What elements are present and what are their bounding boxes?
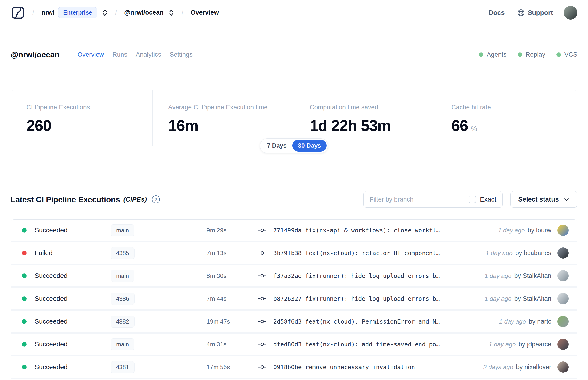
author: by nixallover: [516, 363, 551, 371]
commit-icon: [258, 227, 267, 234]
table-row[interactable]: Succeeded main 8m 30s f37a32ae fix(runne…: [11, 265, 577, 286]
author: by nartc: [529, 318, 551, 325]
status-dot: [479, 53, 483, 57]
avatar[interactable]: [557, 361, 569, 373]
tab-analytics[interactable]: Analytics: [136, 51, 161, 58]
status-cell: Succeeded: [11, 227, 81, 234]
service-label: Replay: [525, 51, 545, 58]
service-vcs[interactable]: VCS: [556, 51, 577, 58]
commit-message: f37a32ae fix(runner): hide log upload er…: [273, 272, 440, 279]
duration: 4m 31s: [164, 341, 241, 348]
org-switcher-chevrons-icon[interactable]: [102, 9, 108, 17]
avatar[interactable]: [557, 339, 569, 350]
branch-cell: main: [81, 338, 164, 350]
breadcrumb-workspace[interactable]: @nrwl/ocean: [124, 9, 163, 16]
branch-badge[interactable]: 4381: [111, 361, 134, 373]
branch-badge[interactable]: 4386: [111, 293, 134, 305]
meta-cell: 1 day ago by lourw: [498, 225, 577, 236]
duration: 9m 29s: [164, 227, 241, 234]
status-dot: [518, 53, 522, 57]
time-ago: 1 day ago: [485, 272, 511, 280]
commit-cell: dfed80d3 feat(nx-cloud): add time-saved …: [241, 341, 489, 348]
breadcrumb-org[interactable]: nrwl: [41, 9, 55, 16]
support-link[interactable]: Support: [517, 9, 553, 17]
branch-badge[interactable]: main: [111, 338, 134, 350]
commit-icon: [258, 295, 267, 302]
branch-badge[interactable]: 4382: [111, 316, 134, 327]
tab-runs[interactable]: Runs: [113, 51, 127, 58]
stat-label: Cache hit rate: [451, 104, 568, 111]
cipes-filters: Exact Select status: [363, 191, 577, 208]
branch-badge[interactable]: main: [111, 224, 134, 236]
user-avatar[interactable]: [564, 6, 577, 19]
topbar-actions: Docs Support: [489, 6, 577, 19]
select-status-button[interactable]: Select status: [510, 191, 577, 208]
author: by lourw: [528, 227, 551, 234]
cipes-header-row: Latest CI Pipeline Executions (CIPEs) ? …: [11, 191, 577, 208]
cipes-heading: Latest CI Pipeline Executions: [11, 195, 120, 204]
range-30-days[interactable]: 30 Days: [292, 140, 327, 152]
tab-settings[interactable]: Settings: [170, 51, 193, 58]
commit-message: 3b79fb38 feat(nx-cloud): refactor UI com…: [273, 250, 440, 257]
avatar[interactable]: [557, 225, 569, 236]
stats-section: CI Pipeline Executions 260 Average CI Pi…: [11, 90, 577, 146]
divider: [453, 47, 453, 62]
branch-badge[interactable]: 4385: [111, 247, 134, 259]
branch-badge[interactable]: main: [111, 270, 134, 282]
duration: 7m 13s: [164, 249, 241, 257]
commit-icon: [258, 272, 267, 279]
author: by jdpearce: [518, 341, 551, 348]
duration: 17m 55s: [164, 363, 241, 371]
table-row[interactable]: Succeeded main 4m 31s dfed80d3 feat(nx-c…: [11, 334, 577, 355]
workspace-switcher-chevrons-icon[interactable]: [168, 9, 174, 17]
docs-link[interactable]: Docs: [489, 9, 505, 17]
avatar[interactable]: [557, 316, 569, 327]
avatar[interactable]: [557, 293, 569, 304]
service-agents[interactable]: Agents: [479, 51, 506, 58]
table-row[interactable]: Succeeded 4381 17m 55s 0918b0be remove u…: [11, 357, 577, 378]
avatar[interactable]: [557, 247, 569, 259]
commit-cell: b8726327 fix(runner): hide log upload er…: [241, 295, 485, 302]
breadcrumb-separator: /: [33, 8, 34, 17]
stat-value: 66: [451, 117, 468, 134]
range-7-days[interactable]: 7 Days: [261, 140, 292, 152]
help-icon[interactable]: ?: [152, 195, 160, 203]
commit-cell: f37a32ae fix(runner): hide log upload er…: [241, 272, 485, 279]
exact-label: Exact: [480, 196, 496, 203]
meta-cell: 1 day ago by bcabanes: [486, 247, 577, 259]
table-row[interactable]: Succeeded main 9m 29s 771499da fix(nx-ap…: [11, 220, 577, 241]
duration: 7m 44s: [164, 295, 241, 303]
commit-cell: 2d58f6d3 feat(nx-cloud): PermissionError…: [241, 318, 499, 325]
branch-cell: 4381: [81, 361, 164, 373]
table-row[interactable]: Succeeded 4382 19m 47s 2d58f6d3 feat(nx-…: [11, 311, 577, 332]
avatar[interactable]: [557, 270, 569, 282]
stats-cards: CI Pipeline Executions 260 Average CI Pi…: [11, 90, 577, 146]
duration: 19m 47s: [164, 318, 241, 325]
commit-icon: [258, 341, 267, 348]
branch-filter-input[interactable]: [364, 191, 462, 208]
branch-cell: 4386: [81, 293, 164, 305]
nx-cloud-logo-icon[interactable]: [11, 5, 25, 20]
service-replay[interactable]: Replay: [518, 51, 545, 58]
duration: 8m 30s: [164, 272, 241, 280]
status-dot: [22, 273, 27, 278]
breadcrumb-separator: /: [182, 8, 183, 17]
table-row[interactable]: Failed 4385 7m 13s 3b79fb38 feat(nx-clou…: [11, 243, 577, 264]
stat-average-execution-time: Average CI Pipeline Execution time 16m: [152, 90, 294, 146]
service-label: VCS: [564, 51, 577, 58]
commit-message: dfed80d3 feat(nx-cloud): add time-saved …: [273, 341, 440, 348]
status-label: Succeeded: [35, 272, 68, 280]
status-label: Succeeded: [35, 318, 68, 325]
breadcrumb: / nrwl Enterprise / @nrwl/ocean / Overvi…: [11, 5, 219, 20]
stat-value: 260: [26, 117, 51, 134]
tab-overview[interactable]: Overview: [77, 51, 104, 58]
time-ago: 1 day ago: [485, 295, 511, 303]
status-cell: Failed: [11, 249, 81, 257]
commit-icon: [258, 318, 267, 325]
table-row[interactable]: Succeeded 4386 7m 44s b8726327 fix(runne…: [11, 288, 577, 309]
stat-cache-hit-rate: Cache hit rate 66%: [436, 90, 577, 146]
service-status-group: Agents Replay VCS: [453, 47, 577, 62]
exact-checkbox[interactable]: [469, 196, 476, 203]
cipes-heading-suffix: (CIPEs): [123, 196, 147, 203]
time-ago: 1 day ago: [489, 341, 515, 348]
